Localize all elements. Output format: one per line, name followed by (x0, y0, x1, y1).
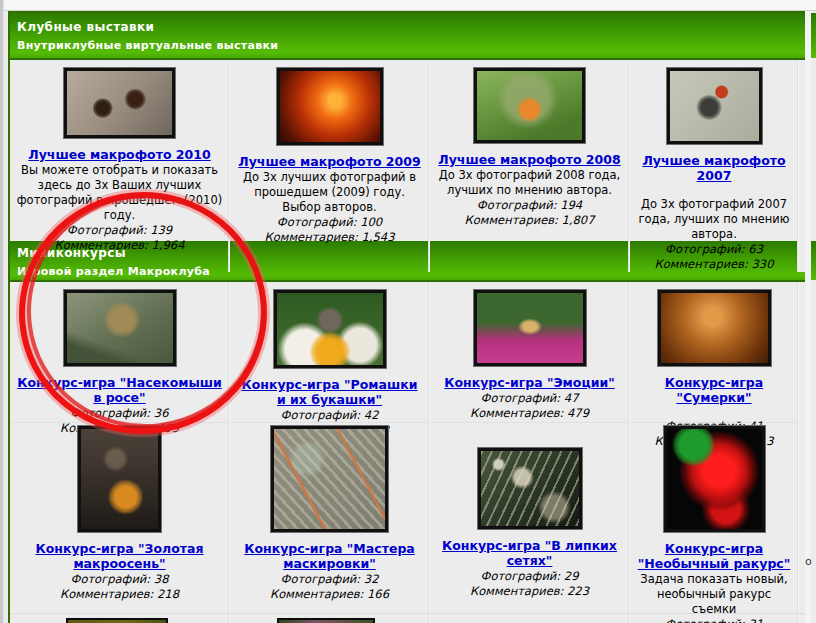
card-best-macro-2009: Лучшее макрофото 2009 До 3х лучших фотог… (230, 60, 430, 272)
card-description: Задача показать новый, необычный ракурс … (635, 572, 793, 617)
photos-count: Фотографий: 38 (10, 572, 229, 587)
thumbnail-spider-web[interactable] (478, 448, 582, 529)
photos-count: Фотографий: 42 (230, 408, 429, 423)
photos-count: Фотографий: 32 (230, 572, 429, 587)
card-title-link[interactable]: Лучшее макрофото 2009 (236, 154, 423, 169)
card-description: Вы можете отобрать и показать здесь до 3… (15, 163, 224, 223)
comments-count: Комментариев: 166 (230, 587, 429, 602)
right-clipped-green-band-2 (811, 241, 816, 280)
thumbnail-bark-lichen[interactable] (271, 426, 388, 532)
card-title-link[interactable]: Конкурс-игра "Мастера маскировки" (236, 541, 423, 571)
card-title-link[interactable]: Конкурс-игра "Насекомыши в росе" (16, 375, 223, 405)
minicontests-row-3-clipped (10, 613, 805, 623)
comments-count: Комментариев: 218 (10, 587, 229, 602)
card-unusual-angle: Конкурс-игра "Необычный ракурс" Задача п… (630, 423, 799, 623)
exhibitions-row: Лучшее макрофото 2010 Вы можете отобрать… (10, 60, 805, 241)
comments-count: Комментариев: 1,543 (230, 230, 429, 245)
photos-count: Фотографий: 47 (430, 391, 629, 406)
thumbnail-red-berries[interactable] (664, 426, 765, 532)
card-best-macro-2010: Лучшее макрофото 2010 Вы можете отобрать… (10, 60, 230, 272)
card-title-link[interactable]: Конкурс-игра "Эмоции" (436, 375, 623, 390)
card-title-link[interactable]: Лучшее макрофото 2010 (16, 147, 223, 162)
photos-count: Фотографий: 36 (10, 406, 229, 421)
card-best-macro-2008: Лучшее макрофото 2008 До 3х фотографий 2… (430, 60, 630, 272)
card-title-link[interactable]: Конкурс-игра "Необычный ракурс" (636, 541, 792, 571)
exhibitions-panel: Клубные выставки Внутриклубные виртуальн… (8, 11, 805, 623)
right-column-text: о (805, 555, 812, 568)
partial-thumbnail[interactable] (277, 618, 375, 623)
comments-count: Комментариев: 479 (430, 406, 629, 421)
photos-count: Фотографий: 139 (10, 223, 229, 238)
card-title-link[interactable]: Конкурс-игра "Ромашки и их букашки" (236, 377, 423, 407)
right-clipped-green-band-1 (811, 13, 816, 58)
card-sticky-nets: Конкурс-игра "В липких сетях" Фотографий… (430, 423, 630, 623)
thumbnail-butterfly-daisy[interactable] (274, 290, 386, 368)
card-title-link[interactable]: Конкурс-игра "В липких сетях" (436, 538, 623, 568)
comments-count: Комментариев: 330 (630, 257, 798, 272)
card-description: До 3х фотографий 2008 года, лучших по мн… (435, 168, 624, 198)
thumbnail-dew-fly[interactable] (64, 290, 176, 366)
right-column-gap (805, 11, 811, 623)
card-golden-autumn: Конкурс-игра "Золотая макроосень" Фотогр… (10, 423, 230, 623)
thumbnail-moth-flower[interactable] (474, 290, 586, 366)
section-header-club-exhibitions: Клубные выставки Внутриклубные виртуальн… (10, 13, 805, 60)
partial-thumbnail[interactable] (66, 618, 168, 623)
card-title-link[interactable]: Конкурс-игра "Золотая макроосень" (16, 541, 223, 571)
photos-count: Фотографий: 194 (430, 198, 629, 213)
card-description: До 3х лучших фотографий в прошедшем (200… (235, 170, 424, 215)
page-left-edge (0, 0, 4, 623)
photos-count: Фотографий: 100 (230, 215, 429, 230)
thumbnail-wasp[interactable] (667, 68, 762, 144)
card-title-link[interactable]: Конкурс-игра "Сумерки" (636, 375, 792, 405)
comments-count: Комментариев: 223 (430, 584, 629, 599)
minicontests-row-1: Конкурс-игра "Насекомыши в росе" Фотогра… (10, 282, 805, 422)
thumbnail-two-ants[interactable] (64, 68, 175, 138)
thumbnail-twilight[interactable] (658, 290, 771, 366)
thumbnail-winged-insect[interactable] (474, 68, 585, 143)
card-title-link[interactable]: Лучшее макрофото 2007 (636, 153, 792, 183)
section-title: Клубные выставки (17, 20, 805, 34)
card-masters-of-camouflage: Конкурс-игра "Мастера маскировки" Фотогр… (230, 423, 430, 623)
card-best-macro-2007: Лучшее макрофото 2007 До 3х фотографий 2… (630, 60, 799, 272)
section-subtitle: Внутриклубные виртуальные выставки (17, 39, 805, 52)
thumbnail-crab-spider[interactable] (277, 68, 383, 145)
photos-count: Фотографий: 63 (630, 242, 798, 257)
page-top-margin (0, 0, 816, 11)
photos-count: Фотографий: 29 (430, 569, 629, 584)
card-description: До 3х фотографий 2007 года, лучших по мн… (635, 197, 793, 242)
thumbnail-autumn-leaf[interactable] (78, 426, 161, 532)
comments-count: Комментариев: 1,807 (430, 213, 629, 228)
minicontests-row-2: Конкурс-игра "Золотая макроосень" Фотогр… (10, 422, 805, 613)
card-title-link[interactable]: Лучшее макрофото 2008 (436, 152, 623, 167)
